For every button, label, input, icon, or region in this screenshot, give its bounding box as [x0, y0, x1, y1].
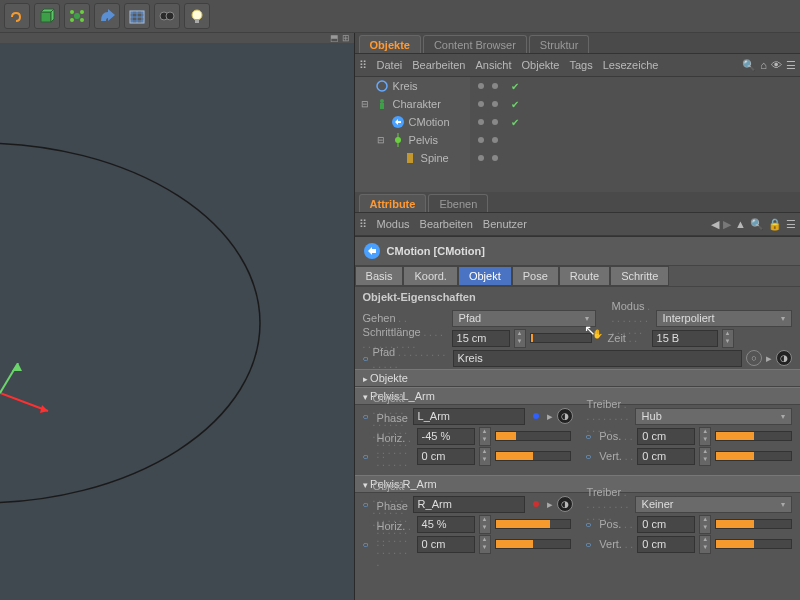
subtab-koord[interactable]: Koord. — [403, 266, 457, 286]
cube-icon[interactable] — [34, 3, 60, 29]
slider-pos-r[interactable] — [715, 519, 792, 529]
svg-point-17 — [380, 99, 384, 103]
next-icon[interactable]: ▶ — [723, 218, 731, 231]
slider-vert-r[interactable] — [715, 539, 792, 549]
stepper-vert-l[interactable]: ▲▼ — [699, 447, 711, 466]
input-phase-r[interactable]: 45 % — [417, 516, 475, 533]
list-icon[interactable]: ☰ — [786, 59, 796, 72]
input-phase-l[interactable]: -45 % — [417, 428, 475, 445]
slider-horiz-r[interactable] — [495, 539, 572, 549]
dropdown-gehen[interactable]: Pfad — [452, 310, 596, 327]
eye-icon[interactable]: 👁 — [771, 59, 782, 71]
subtab-pose[interactable]: Pose — [512, 266, 559, 286]
joint-icon — [403, 151, 417, 165]
input-vert-r[interactable]: 0 cm — [637, 536, 695, 553]
bulb-icon[interactable] — [184, 3, 210, 29]
linkfield-objekt-l[interactable]: L_Arm — [413, 408, 525, 425]
input-pos-l[interactable]: 0 cm — [637, 428, 695, 445]
input-pos-r[interactable]: 0 cm — [637, 516, 695, 533]
up-icon[interactable]: ▲ — [735, 218, 746, 230]
stepper-pos-l[interactable]: ▲▼ — [699, 427, 711, 446]
menu-bearbeiten[interactable]: Bearbeiten — [412, 59, 465, 71]
object-manager[interactable]: Kreis ⊟ Charakter CMotion ⊟ Pelvis — [355, 77, 800, 192]
menu-objekte[interactable]: Objekte — [522, 59, 560, 71]
slider-phase-r[interactable] — [495, 519, 572, 529]
dropdown-modus[interactable]: Interpoliert — [656, 310, 792, 327]
target-icon[interactable]: ◑ — [557, 408, 573, 424]
svg-point-5 — [80, 18, 84, 22]
search-icon[interactable]: 🔍 — [750, 218, 764, 231]
subtab-objekt[interactable]: Objekt — [458, 266, 512, 286]
linkfield-pfad[interactable]: Kreis — [453, 350, 742, 367]
search-icon[interactable]: 🔍 — [742, 59, 756, 72]
goto-icon[interactable]: ▸ — [547, 410, 553, 423]
stepper-phase-r[interactable]: ▲▼ — [479, 515, 491, 534]
input-schrittlaenge[interactable]: 15 cm — [452, 330, 510, 347]
dropdown-treiber-r[interactable]: Keiner — [635, 496, 792, 513]
attr-object-header: CMotion [CMotion] — [355, 236, 800, 266]
menu-benutzer[interactable]: Benutzer — [483, 218, 527, 230]
goto-icon[interactable]: ▸ — [547, 498, 553, 511]
stepper-vert-r[interactable]: ▲▼ — [699, 535, 711, 554]
stepper-pos-r[interactable]: ▲▼ — [699, 515, 711, 534]
goto-icon[interactable]: ▸ — [766, 352, 772, 365]
label-treiber-l: Treiber — [587, 398, 631, 434]
atoms-icon[interactable] — [64, 3, 90, 29]
googles-icon[interactable] — [154, 3, 180, 29]
obj-row-kreis[interactable]: Kreis — [355, 77, 470, 95]
menu-bearbeiten-attr[interactable]: Bearbeiten — [420, 218, 473, 230]
prev-icon[interactable]: ◀ — [711, 218, 719, 231]
section-pelvis-rarm[interactable]: Pelvis:R_Arm — [355, 475, 800, 493]
tab-content-browser[interactable]: Content Browser — [423, 35, 527, 53]
stepper-phase-l[interactable]: ▲▼ — [479, 427, 491, 446]
obj-row-spine[interactable]: Spine — [355, 149, 470, 167]
input-horiz-r[interactable]: 0 cm — [417, 536, 475, 553]
stepper-horiz-r[interactable]: ▲▼ — [479, 535, 491, 554]
home-icon[interactable]: ⌂ — [760, 59, 767, 71]
extrude-icon[interactable] — [94, 3, 120, 29]
section-objekte[interactable]: Objekte — [355, 369, 800, 387]
stepper-schritt[interactable]: ▲▼ — [514, 329, 526, 348]
tab-struktur[interactable]: Struktur — [529, 35, 590, 53]
tab-attribute[interactable]: Attribute — [359, 194, 427, 212]
menu-modus[interactable]: Modus — [377, 218, 410, 230]
input-zeit[interactable]: 15 B — [652, 330, 718, 347]
obj-row-charakter[interactable]: ⊟ Charakter — [355, 95, 470, 113]
target-icon[interactable]: ◑ — [776, 350, 792, 366]
menu-lesezeichen[interactable]: Lesezeiche — [603, 59, 659, 71]
linkfield-objekt-r[interactable]: R_Arm — [413, 496, 525, 513]
stepper-zeit[interactable]: ▲▼ — [722, 329, 734, 348]
section-pelvis-larm[interactable]: Pelvis:L_Arm — [355, 387, 800, 405]
menu-icon[interactable]: ☰ — [786, 218, 796, 231]
slider-horiz-l[interactable] — [495, 451, 572, 461]
chain-icon[interactable] — [4, 3, 30, 29]
target-icon[interactable]: ◑ — [557, 496, 573, 512]
grip-icon[interactable]: ⠿ — [359, 59, 367, 72]
viewport-3d[interactable]: ⬒ ⊞ — [0, 33, 355, 600]
svg-marker-13 — [40, 405, 48, 413]
tab-ebenen[interactable]: Ebenen — [428, 194, 488, 212]
subtab-route[interactable]: Route — [559, 266, 610, 286]
pick-circle-icon[interactable]: ○ — [746, 350, 762, 366]
input-vert-l[interactable]: 0 cm — [637, 448, 695, 465]
grip-icon[interactable]: ⠿ — [359, 218, 367, 231]
slider-schrittlaenge[interactable] — [530, 333, 592, 343]
tab-objekte[interactable]: Objekte — [359, 35, 421, 53]
dropdown-treiber-l[interactable]: Hub — [635, 408, 792, 425]
svg-rect-10 — [195, 19, 199, 23]
slider-vert-l[interactable] — [715, 451, 792, 461]
slider-pos-l[interactable] — [715, 431, 792, 441]
obj-row-pelvis[interactable]: ⊟ Pelvis — [355, 131, 470, 149]
menu-datei[interactable]: Datei — [377, 59, 403, 71]
grid-icon[interactable] — [124, 3, 150, 29]
menu-ansicht[interactable]: Ansicht — [475, 59, 511, 71]
subtab-basis[interactable]: Basis — [355, 266, 404, 286]
label-vert-r: Vert. — [599, 538, 633, 550]
slider-phase-l[interactable] — [495, 431, 572, 441]
obj-row-cmotion[interactable]: CMotion — [355, 113, 470, 131]
lock-icon[interactable]: 🔒 — [768, 218, 782, 231]
subtab-schritte[interactable]: Schritte — [610, 266, 669, 286]
stepper-horiz-l[interactable]: ▲▼ — [479, 447, 491, 466]
input-horiz-l[interactable]: 0 cm — [417, 448, 475, 465]
menu-tags[interactable]: Tags — [569, 59, 592, 71]
